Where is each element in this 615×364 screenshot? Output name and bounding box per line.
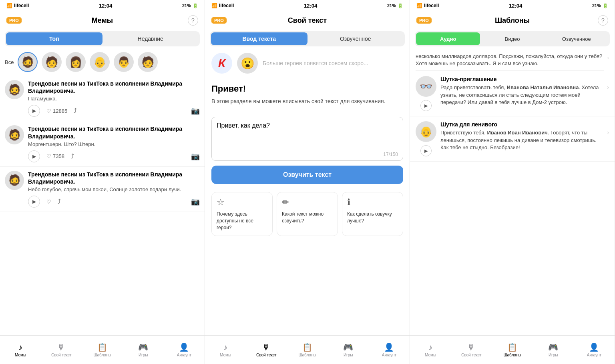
- header-2: PRO Свой текст: [205, 11, 410, 30]
- tab-top-1[interactable]: Топ: [6, 32, 102, 45]
- panel-shablony: 📶 lifecell 12:04 21% 🔋 PRO Шаблоны ? Ауд…: [410, 0, 615, 364]
- nav-memes-label-1: Мемы: [15, 353, 26, 357]
- bottom-nav-1: ♪ Мемы 🎙 Свой текст 📋 Шаблоны 🎮 Игры 👤 А…: [0, 335, 205, 364]
- nav-account-1[interactable]: 👤 Аккаунт: [164, 342, 205, 357]
- nav-account-2[interactable]: 👤 Аккаунт: [369, 342, 410, 357]
- avatar-6[interactable]: 🧑: [138, 52, 158, 72]
- avatar-5[interactable]: 👨: [114, 52, 134, 72]
- nav-account-label-2: Аккаунт: [382, 353, 396, 357]
- tab-bar-top-1: Топ Недавние: [5, 31, 200, 46]
- video-icon-2[interactable]: 📷: [191, 152, 200, 161]
- avatar-2[interactable]: 🧑: [42, 52, 62, 72]
- text-input-area: Привет, как дела? 17/150: [211, 117, 403, 161]
- app-title-2: Свой текст: [288, 16, 327, 25]
- like-count-1[interactable]: ♡ 12885: [46, 108, 67, 114]
- nav-account-icon-2: 👤: [384, 342, 394, 352]
- avatar-3[interactable]: 👩: [66, 52, 86, 72]
- nav-svoy-1[interactable]: 🎙 Свой текст: [41, 343, 82, 357]
- voice-button[interactable]: Озвучить текст: [211, 166, 403, 184]
- nav-svoy-icon-3: 🎙: [467, 343, 475, 352]
- avatar-1[interactable]: 🧔: [18, 52, 38, 72]
- nav-igry-2[interactable]: 🎮 Игры: [328, 342, 369, 357]
- share-icon-2[interactable]: ⤴: [71, 153, 74, 160]
- tab-recent-1[interactable]: Недавние: [102, 32, 199, 45]
- nav-memes-3[interactable]: ♪ Мемы: [410, 343, 451, 357]
- content-1: Все 🧔 🧑 👩 👴 👨 🧑 🧔 Трендо: [0, 50, 205, 335]
- tip-text-3: Как сделать озвучку лучше?: [347, 211, 398, 224]
- nav-igry-label-3: Игры: [549, 353, 558, 357]
- help-button-1[interactable]: ?: [188, 15, 198, 26]
- battery-icon-3: 🔋: [603, 3, 608, 8]
- tab-voiced-3[interactable]: Озвученное: [545, 32, 609, 45]
- tip-icon-3: ℹ: [347, 197, 398, 208]
- tab-video[interactable]: Видео: [480, 32, 544, 45]
- avatar-face-4: 👴: [90, 53, 109, 71]
- video-icon-3[interactable]: 📷: [191, 197, 200, 206]
- play-button-template-2[interactable]: ▶: [420, 145, 432, 156]
- signal-icon-3: 📶: [416, 3, 422, 8]
- panel-memes: 📶 lifecell 12:04 21% 🔋 PRO Мемы ? Топ Не…: [0, 0, 205, 364]
- nav-svoy-2[interactable]: 🎙 Свой текст: [246, 343, 287, 357]
- like-count-2[interactable]: ♡ 7358: [46, 153, 64, 159]
- meme-item-1: 🧔 Трендовые песни из ТикТока в исполнени…: [0, 76, 205, 121]
- time-3: 12:04: [509, 3, 522, 9]
- pro-badge-1[interactable]: PRO: [6, 17, 22, 24]
- nav-svoy-3[interactable]: 🎙 Свой текст: [451, 343, 492, 357]
- nav-igry-3[interactable]: 🎮 Игры: [533, 342, 574, 357]
- play-button-template-1[interactable]: ▶: [420, 100, 432, 111]
- pro-badge-2[interactable]: PRO: [211, 17, 227, 24]
- intro-title: Привет!: [211, 84, 403, 94]
- help-button-3[interactable]: ?: [598, 15, 608, 26]
- template-content-2: Шутка для ленивого Приветствую тебя, Ива…: [440, 121, 603, 151]
- nav-igry-icon-2: 🎮: [343, 342, 353, 352]
- hero-k[interactable]: К: [211, 53, 232, 74]
- nav-shablony-icon-3: 📋: [507, 342, 517, 352]
- nav-shablony-3[interactable]: 📋 Шаблоны: [492, 342, 533, 357]
- tip-card-3[interactable]: ℹ Как сделать озвучку лучше?: [342, 192, 403, 236]
- pro-badge-3[interactable]: PRO: [416, 17, 432, 24]
- tip-text-2: Какой текст можно озвучить?: [282, 211, 333, 224]
- nav-shablony-icon-1: 📋: [97, 342, 107, 352]
- text-input-field[interactable]: Привет, как дела?: [217, 122, 398, 154]
- like-count-3[interactable]: ♡: [46, 199, 51, 205]
- heart-icon-2: ♡: [46, 153, 51, 159]
- nav-shablony-2[interactable]: 📋 Шаблоны: [287, 342, 328, 357]
- nav-memes-2[interactable]: ♪ Мемы: [205, 343, 246, 357]
- status-right-1: 21% 🔋: [182, 3, 198, 8]
- status-left-2: 📶 lifecell: [211, 3, 234, 8]
- nav-igry-1[interactable]: 🎮 Игры: [123, 342, 164, 357]
- heart-icon-1: ♡: [46, 108, 51, 114]
- template-item-2: 👴 ▶ Шутка для ленивого Приветствую тебя,…: [410, 116, 615, 162]
- more-heroes-text: Больше героев появятся совсем скоро...: [263, 60, 403, 66]
- char-count: 17/150: [383, 152, 398, 157]
- nav-igry-icon-3: 🎮: [548, 342, 558, 352]
- nav-shablony-label-1: Шаблоны: [93, 353, 111, 357]
- share-icon-1[interactable]: ⤴: [74, 107, 77, 114]
- avatar-all-label[interactable]: Все: [5, 59, 14, 65]
- nav-account-3[interactable]: 👤 Аккаунт: [574, 342, 615, 357]
- nav-memes-1[interactable]: ♪ Мемы: [0, 343, 41, 357]
- tab-input-text[interactable]: Ввод текста: [211, 32, 308, 45]
- nav-shablony-1[interactable]: 📋 Шаблоны: [82, 342, 123, 357]
- tip-card-2[interactable]: ✏ Какой текст можно озвучить?: [277, 192, 338, 236]
- tip-card-1[interactable]: ☆ Почему здесь доступны не все герои?: [211, 192, 273, 236]
- play-button-2[interactable]: ▶: [28, 150, 40, 162]
- tab-audio[interactable]: Аудио: [416, 32, 480, 45]
- meme-sub-1: Патамушка.: [28, 96, 200, 102]
- share-icon-3[interactable]: ⤴: [58, 198, 61, 205]
- status-right-2: 21% 🔋: [387, 3, 403, 8]
- tab-voiced[interactable]: Озвученное: [308, 32, 404, 45]
- template-content-1: Шутка-приглашение Рада приветствовать те…: [440, 76, 603, 106]
- play-button-3[interactable]: ▶: [28, 196, 40, 208]
- nav-svoy-label-3: Свой текст: [461, 353, 481, 357]
- panel-svoy-tekst: 📶 lifecell 12:04 21% 🔋 PRO Свой текст Вв…: [205, 0, 410, 364]
- nav-svoy-label-2: Свой текст: [256, 353, 276, 357]
- nav-memes-label-3: Мемы: [425, 353, 436, 357]
- tips-row: ☆ Почему здесь доступны не все герои? ✏ …: [205, 187, 410, 241]
- play-button-1[interactable]: ▶: [28, 105, 40, 117]
- bottom-nav-3: ♪ Мемы 🎙 Свой текст 📋 Шаблоны 🎮 Игры 👤 А…: [410, 335, 615, 364]
- avatar-4[interactable]: 👴: [90, 52, 110, 72]
- video-icon-1[interactable]: 📷: [191, 106, 200, 115]
- hero-emoji[interactable]: 😮: [237, 53, 258, 74]
- template-text-2: Приветствую тебя, Иванов Иван Иванович. …: [440, 129, 603, 151]
